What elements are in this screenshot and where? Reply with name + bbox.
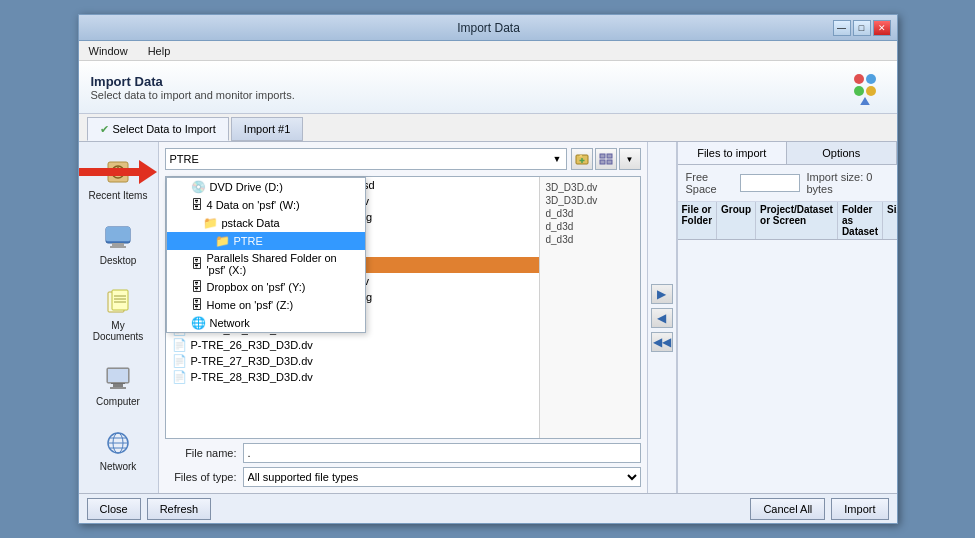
pstack-folder-icon: 📁: [203, 216, 218, 230]
right-tab-files[interactable]: Files to import: [678, 142, 788, 164]
free-space-input[interactable]: [740, 174, 800, 192]
svg-rect-22: [111, 383, 125, 384]
dropdown-item-home[interactable]: 🗄 Home on 'psf' (Z:): [167, 296, 365, 314]
right-tab-options[interactable]: Options: [787, 142, 897, 164]
arrow-indicator: [79, 160, 157, 184]
preview-0: 3D_D3D.dv: [544, 181, 636, 194]
dropdown-arrow-icon: ▼: [553, 154, 562, 164]
dropdown-item-pstack[interactable]: 📁 pstack Data: [167, 214, 365, 232]
sidebar-item-network[interactable]: Network: [83, 423, 153, 476]
file-name-input[interactable]: [243, 443, 641, 463]
file-name-12: P-TRE_28_R3D_D3D.dv: [191, 371, 313, 383]
checkmark-icon: ✔: [100, 123, 109, 136]
close-button[interactable]: Close: [87, 498, 141, 520]
svg-rect-33: [600, 160, 605, 164]
toolbar-icons: ▼: [571, 148, 641, 170]
sidebar-item-computer[interactable]: Computer: [83, 358, 153, 411]
main-window: Import Data — □ ✕ Window Help Import Dat…: [78, 14, 898, 524]
right-panel-tabs: Files to import Options: [678, 142, 897, 165]
network-drive-icon: 🌐: [191, 316, 206, 330]
dropbox-label: Dropbox on 'psf' (Y:): [207, 281, 306, 293]
tab-select-data[interactable]: ✔ Select Data to Import: [87, 117, 229, 141]
sidebar-item-documents[interactable]: My Documents: [83, 282, 153, 346]
menu-bar: Window Help: [79, 41, 897, 61]
dropdown-arrow-button[interactable]: ▼: [619, 148, 641, 170]
right-table-header: File or Folder Group Project/Dataset or …: [678, 202, 897, 240]
remove-from-import-button[interactable]: ◀: [651, 308, 673, 328]
dropdown-item-network[interactable]: 🌐 Network: [167, 314, 365, 332]
file-icon-11: 📄: [172, 354, 187, 368]
parallels-label: Parallels Shared Folder on 'psf' (X:): [207, 252, 357, 276]
minimize-button[interactable]: —: [833, 20, 851, 36]
transfer-buttons: ▶ ◀ ◀◀: [647, 142, 677, 493]
parallels-icon: 🗄: [191, 257, 203, 271]
header-section: Import Data Select data to import and mo…: [79, 61, 897, 114]
dropdown-item-parallels[interactable]: 🗄 Parallels Shared Folder on 'psf' (X:): [167, 250, 365, 278]
computer-label: Computer: [96, 396, 140, 407]
new-folder-button[interactable]: [571, 148, 593, 170]
close-window-button[interactable]: ✕: [873, 20, 891, 36]
main-content: Recent Items Desktop: [79, 142, 897, 493]
file-browser: PTRE ▼ 💿 DVD Drive (D:) 🗄 4 Data on 'psf…: [159, 142, 647, 493]
import-button[interactable]: Import: [831, 498, 888, 520]
cancel-all-button[interactable]: Cancel All: [750, 498, 825, 520]
network-label: Network: [100, 461, 137, 472]
right-tab-files-label: Files to import: [697, 147, 766, 159]
bottom-right: Cancel All Import: [750, 498, 888, 520]
header-title: Import Data: [91, 74, 295, 89]
dropbox-icon: 🗄: [191, 280, 203, 294]
file-type-select[interactable]: All supported file types DV files PSD fi…: [243, 467, 641, 487]
tab-select-label: Select Data to Import: [113, 123, 216, 135]
menu-window[interactable]: Window: [85, 44, 132, 58]
file-name-11: P-TRE_27_R3D_D3D.dv: [191, 355, 313, 367]
desktop-icon: [102, 221, 134, 253]
svg-rect-14: [112, 290, 128, 310]
import-size-text: Import size: 0 bytes: [806, 171, 888, 195]
col-file-folder: File or Folder: [678, 202, 718, 239]
file-item-12[interactable]: 📄 P-TRE_28_R3D_D3D.dv: [166, 369, 539, 385]
add-to-import-button[interactable]: ▶: [651, 284, 673, 304]
svg-rect-21: [110, 387, 126, 389]
dropdown-item-dvd[interactable]: 💿 DVD Drive (D:): [167, 178, 365, 196]
right-panel: Files to import Options Free Space Impor…: [677, 142, 897, 493]
dvd-icon: 💿: [191, 180, 206, 194]
view-options-button[interactable]: [595, 148, 617, 170]
recent-label: Recent Items: [89, 190, 148, 201]
network-icon: [102, 427, 134, 459]
col-group: Group: [717, 202, 756, 239]
right-info: Free Space Import size: 0 bytes: [678, 165, 897, 202]
location-dropdown[interactable]: PTRE ▼ 💿 DVD Drive (D:) 🗄 4 Data on 'psf…: [165, 148, 567, 170]
col-project: Project/Dataset or Screen: [756, 202, 838, 239]
location-dropdown-menu: 💿 DVD Drive (D:) 🗄 4 Data on 'psf' (W:) …: [166, 177, 366, 333]
location-text: PTRE: [170, 153, 199, 165]
maximize-button[interactable]: □: [853, 20, 871, 36]
arrow-head: [139, 160, 157, 184]
home-drive-icon: 🗄: [191, 298, 203, 312]
svg-point-0: [854, 74, 864, 84]
file-item-10[interactable]: 📄 P-TRE_26_R3D_D3D.dv: [166, 337, 539, 353]
dropdown-item-4data[interactable]: 🗄 4 Data on 'psf' (W:): [167, 196, 365, 214]
home-label: Home on 'psf' (Z:): [207, 299, 294, 311]
preview-2: d_d3d: [544, 207, 636, 220]
file-item-11[interactable]: 📄 P-TRE_27_R3D_D3D.dv: [166, 353, 539, 369]
svg-marker-4: [859, 97, 871, 105]
computer-icon: [102, 362, 134, 394]
dropdown-item-dropbox[interactable]: 🗄 Dropbox on 'psf' (Y:): [167, 278, 365, 296]
file-name-label: File name:: [165, 447, 237, 459]
file-name-row: File name:: [165, 443, 641, 463]
menu-help[interactable]: Help: [144, 44, 175, 58]
dropdown-item-ptre[interactable]: 📁 PTRE: [167, 232, 365, 250]
title-bar: Import Data — □ ✕: [79, 15, 897, 41]
refresh-button[interactable]: Refresh: [147, 498, 212, 520]
header-subtitle: Select data to import and monitor import…: [91, 89, 295, 101]
file-icon-10: 📄: [172, 338, 187, 352]
pstack-label: pstack Data: [222, 217, 280, 229]
svg-rect-10: [106, 227, 130, 241]
drive-4data-icon: 🗄: [191, 198, 203, 212]
svg-rect-12: [110, 246, 126, 248]
app-icon: [845, 67, 885, 107]
window-title: Import Data: [145, 21, 833, 35]
tab-import[interactable]: Import #1: [231, 117, 303, 141]
sidebar-item-desktop[interactable]: Desktop: [83, 217, 153, 270]
remove-all-from-import-button[interactable]: ◀◀: [651, 332, 673, 352]
